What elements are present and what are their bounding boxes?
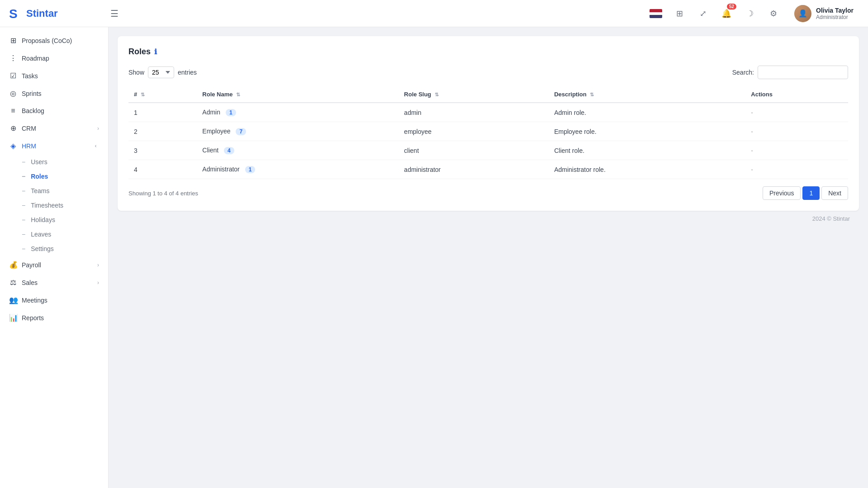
sort-icon-description: ⇅ [590,92,594,97]
flag-button[interactable] [648,5,664,22]
sidebar-label-backlog: Backlog [22,107,44,114]
user-name: Olivia Taylor [816,7,854,14]
info-icon[interactable]: ℹ [154,47,157,56]
cell-role-name: Client 4 [197,141,398,160]
sidebar-label-sales: Sales [22,279,38,286]
sidebar-subitem-timesheets[interactable]: Timesheets [22,198,108,213]
moon-icon: ☽ [746,9,754,19]
sidebar-item-proposals[interactable]: Proposals (CoCo) [0,32,108,49]
role-badge: 1 [245,166,256,173]
sidebar-sublabel-users: Users [31,158,47,166]
sidebar-sublabel-roles: Roles [31,173,48,180]
sidebar-item-hrm[interactable]: ◈ HRM ⌄ [0,137,108,155]
header-right: ⊞ ⤢ 🔔 52 ☽ ⚙ 👤 Olivia Taylor Administrat… [648,2,859,25]
sprints-icon: ◎ [9,89,17,98]
footer: 2024 © Stintar [118,211,859,227]
logo-text: Stintar [26,8,58,19]
cell-role-slug: admin [398,103,549,122]
sidebar-sublabel-leaves: Leaves [31,231,51,238]
grid-button[interactable]: ⊞ [671,5,688,22]
sidebar-item-tasks[interactable]: ☑ Tasks [0,67,108,85]
sidebar-item-reports[interactable]: 📊 Reports [0,309,108,327]
cell-num: 1 [128,103,197,122]
col-actions: Actions [745,86,848,103]
notification-badge: 52 [727,4,736,9]
meetings-icon: 👥 [9,296,17,304]
page-1-button[interactable]: 1 [802,186,820,200]
sidebar-item-crm[interactable]: ⊕ CRM › [0,119,108,137]
cell-description: Client role. [549,141,745,160]
header: S Stintar ☰ ⊞ ⤢ 🔔 52 ☽ ⚙ 👤 [0,0,868,27]
table-header-row: # ⇅ Role Name ⇅ Role Slug ⇅ Description … [128,86,848,103]
col-description[interactable]: Description ⇅ [549,86,745,103]
sidebar-item-meetings[interactable]: 👥 Meetings [0,291,108,309]
sidebar-subitem-leaves[interactable]: Leaves [22,227,108,242]
search-input[interactable] [758,66,848,79]
user-profile[interactable]: 👤 Olivia Taylor Administrator [789,2,859,25]
sidebar-sublabel-settings: Settings [31,245,54,252]
col-role-slug[interactable]: Role Slug ⇅ [398,86,549,103]
sidebar-label-crm: CRM [22,125,36,132]
logo: S Stintar [9,6,100,21]
sidebar-item-roadmap[interactable]: ⋮ Roadmap [0,49,108,67]
sidebar-subitem-holidays[interactable]: Holidays [22,213,108,227]
hamburger-button[interactable]: ☰ [109,6,120,21]
user-info: Olivia Taylor Administrator [816,7,854,20]
showing-text: Showing 1 to 4 of 4 entries [128,190,198,197]
cell-role-slug: client [398,141,549,160]
cell-role-name: Administrator 1 [197,160,398,179]
entries-select[interactable]: 10 25 50 100 [148,66,174,78]
flag-icon [650,9,662,18]
page-title: Roles [128,47,151,57]
sidebar-sublabel-timesheets: Timesheets [31,202,63,209]
table-row: 1 Admin 1 admin Admin role. - [128,103,848,122]
sidebar-label-payroll: Payroll [22,261,41,269]
settings-button[interactable]: ⚙ [765,5,782,22]
sidebar-item-backlog[interactable]: ≡ Backlog [0,102,108,119]
proposals-icon [9,36,17,45]
payroll-icon: 💰 [9,261,17,269]
cell-role-name: Employee 7 [197,122,398,141]
sidebar-label-hrm: HRM [22,142,36,150]
cell-role-slug: employee [398,122,549,141]
sales-chevron-icon: › [97,280,99,286]
sidebar-item-sprints[interactable]: ◎ Sprints [0,85,108,102]
crm-icon: ⊕ [9,124,17,133]
sort-icon-role-name: ⇅ [236,92,240,97]
crm-chevron-icon: › [97,125,99,132]
cell-role-name: Admin 1 [197,103,398,122]
avatar-image: 👤 [794,5,811,22]
sales-icon: ⚖ [9,278,17,287]
next-button[interactable]: Next [821,186,848,200]
col-num[interactable]: # ⇅ [128,86,197,103]
sidebar-subitem-users[interactable]: Users [22,155,108,169]
grid-icon: ⊞ [676,9,683,19]
sidebar-subitem-roles[interactable]: Roles [22,169,108,184]
sidebar-item-sales[interactable]: ⚖ Sales › [0,274,108,291]
table-row: 4 Administrator 1 administrator Administ… [128,160,848,179]
col-role-name[interactable]: Role Name ⇅ [197,86,398,103]
cell-actions: - [745,160,848,179]
payroll-chevron-icon: › [97,262,99,268]
hrm-submenu: Users Roles Teams Timesheets Holidays Le… [0,155,108,256]
previous-button[interactable]: Previous [763,186,801,200]
roles-card: Roles ℹ Show 10 25 50 100 entries Search… [118,36,859,211]
cell-actions: - [745,141,848,160]
theme-button[interactable]: ☽ [742,5,758,22]
cell-num: 3 [128,141,197,160]
main-content: Roles ℹ Show 10 25 50 100 entries Search… [109,27,868,488]
show-entries: Show 10 25 50 100 entries [128,66,197,78]
sidebar-subitem-settings[interactable]: Settings [22,242,108,256]
sidebar-subitem-teams[interactable]: Teams [22,184,108,198]
sidebar-item-payroll[interactable]: 💰 Payroll › [0,256,108,274]
notification-button[interactable]: 🔔 52 [718,5,735,22]
sidebar-label-proposals: Proposals (CoCo) [22,37,72,44]
search-area: Search: [732,66,848,79]
sidebar-label-sprints: Sprints [22,90,42,97]
cell-num: 4 [128,160,197,179]
logo-icon: S [9,6,24,21]
backlog-icon: ≡ [9,107,17,115]
roadmap-icon: ⋮ [9,54,17,62]
expand-button[interactable]: ⤢ [695,5,711,22]
search-label: Search: [732,69,754,76]
